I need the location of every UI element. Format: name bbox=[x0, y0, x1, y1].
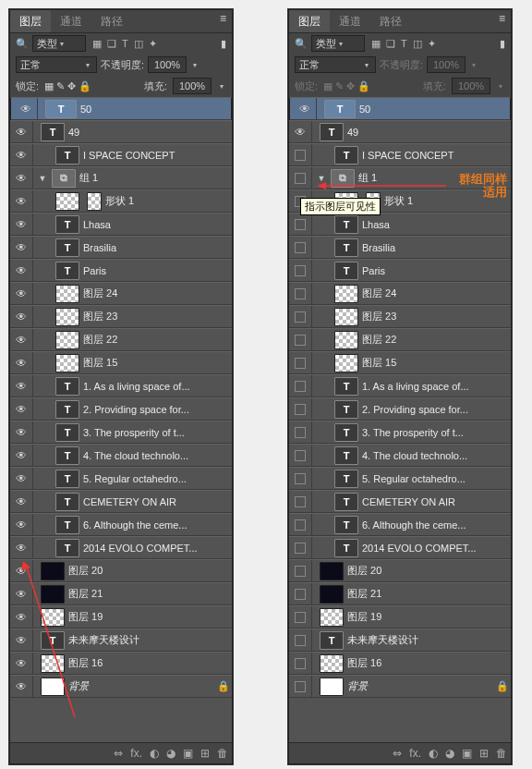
layer-row[interactable]: 👁T1. As a living space of... bbox=[10, 374, 232, 397]
layer-row[interactable]: T6. Although the ceme... bbox=[289, 513, 511, 536]
layer-name[interactable]: 图层 19 bbox=[347, 610, 511, 624]
layer-name[interactable]: 50 bbox=[359, 104, 506, 115]
layer-row[interactable]: 👁TI SPACE CONCEPT bbox=[10, 143, 232, 166]
layer-name[interactable]: CEMETERY ON AIR bbox=[362, 496, 511, 507]
group-icon[interactable]: ▣ bbox=[183, 747, 193, 760]
panel-menu-icon[interactable]: ≡ bbox=[214, 10, 232, 32]
layer-name[interactable]: 未来摩天楼设计 bbox=[347, 633, 511, 647]
layer-name[interactable]: 图层 22 bbox=[362, 333, 511, 347]
panel-menu-icon[interactable]: ≡ bbox=[493, 10, 511, 32]
layer-row[interactable]: 图层 16 bbox=[289, 652, 511, 675]
tab-paths[interactable]: 路径 bbox=[91, 10, 132, 32]
layer-name[interactable]: 未来摩天楼设计 bbox=[68, 633, 232, 647]
layer-name[interactable]: 图层 21 bbox=[347, 587, 511, 601]
tab-layers[interactable]: 图层 bbox=[289, 10, 330, 32]
visibility-eye-icon[interactable]: 👁 bbox=[10, 445, 33, 466]
visibility-eye-icon[interactable]: 👁 bbox=[10, 468, 33, 489]
layer-name[interactable]: 6. Although the ceme... bbox=[83, 519, 232, 531]
layer-name[interactable]: 组 1 bbox=[79, 171, 232, 185]
layer-name[interactable]: I SPACE CONCEPT bbox=[83, 150, 232, 161]
visibility-eye-icon[interactable]: 👁 bbox=[10, 514, 33, 535]
trash-icon[interactable]: 🗑 bbox=[496, 747, 507, 760]
visibility-eye-icon[interactable]: 👁 bbox=[10, 144, 33, 165]
layer-name[interactable]: Paris bbox=[362, 265, 511, 276]
layer-name[interactable]: 图层 15 bbox=[83, 356, 232, 370]
layer-name[interactable]: 3. The prosperity of t... bbox=[362, 427, 511, 438]
visibility-eye-icon[interactable]: 👁 bbox=[10, 190, 33, 212]
visibility-eye-icon[interactable]: 👁 bbox=[10, 421, 33, 443]
layer-name[interactable]: 图层 20 bbox=[68, 564, 232, 578]
visibility-checkbox[interactable] bbox=[289, 514, 312, 535]
visibility-checkbox[interactable] bbox=[289, 214, 312, 235]
filter-kind[interactable]: 类型▾ bbox=[32, 35, 86, 52]
fx-icon[interactable]: fx. bbox=[130, 747, 142, 760]
visibility-checkbox[interactable] bbox=[289, 468, 312, 489]
adjust-icon[interactable]: ◕ bbox=[166, 747, 175, 760]
layer-row[interactable]: T3. The prosperity of t... bbox=[289, 421, 511, 444]
layer-name[interactable]: 50 bbox=[80, 104, 227, 115]
layer-row[interactable]: 👁T49 bbox=[289, 120, 511, 143]
filter-toggle-icon[interactable]: ▮ bbox=[500, 38, 505, 50]
visibility-checkbox[interactable] bbox=[289, 421, 312, 443]
visibility-checkbox[interactable] bbox=[289, 352, 312, 373]
layer-row[interactable]: TParis bbox=[289, 259, 511, 282]
visibility-checkbox[interactable] bbox=[289, 260, 312, 281]
layer-row[interactable]: 图层 15 bbox=[289, 351, 511, 374]
layer-name[interactable]: 3. The prosperity of t... bbox=[83, 427, 232, 438]
layer-row[interactable]: 👁▼⧉组 1 bbox=[10, 166, 232, 189]
layer-name[interactable]: Brasilia bbox=[362, 242, 511, 253]
layer-name[interactable]: 图层 21 bbox=[68, 587, 232, 601]
layer-row[interactable]: TCEMETERY ON AIR bbox=[289, 490, 511, 513]
layer-row[interactable]: 👁图层 23 bbox=[10, 305, 232, 328]
layer-row[interactable]: T未来摩天楼设计 bbox=[289, 629, 511, 652]
disclosure-icon[interactable]: ▼ bbox=[37, 174, 48, 183]
layer-name[interactable]: 图层 23 bbox=[362, 310, 511, 323]
tab-layers[interactable]: 图层 bbox=[10, 10, 51, 32]
layer-row[interactable]: 👁图层 22 bbox=[10, 328, 232, 351]
layer-name[interactable]: 图层 16 bbox=[68, 656, 232, 670]
layer-row[interactable]: 👁T50 bbox=[289, 97, 511, 120]
layer-row[interactable]: T5. Regular octahedro... bbox=[289, 467, 511, 490]
link-icon[interactable]: ⇔ bbox=[114, 747, 123, 760]
visibility-eye-icon[interactable]: 👁 bbox=[289, 121, 312, 142]
mask-icon[interactable]: ◐ bbox=[429, 747, 438, 760]
layer-name[interactable]: 图层 16 bbox=[347, 656, 511, 670]
layer-name[interactable]: 图层 20 bbox=[347, 564, 511, 578]
layer-row[interactable]: 图层 24 bbox=[289, 282, 511, 305]
layer-name[interactable]: 背景 bbox=[347, 679, 494, 693]
fill-input[interactable]: 100% bbox=[173, 78, 212, 94]
opacity-input[interactable]: 100% bbox=[148, 56, 187, 73]
layer-name[interactable]: 背景 bbox=[68, 679, 215, 693]
layer-name[interactable]: Paris bbox=[83, 265, 232, 276]
visibility-checkbox[interactable] bbox=[289, 306, 312, 327]
mask-icon[interactable]: ◐ bbox=[150, 747, 159, 760]
layer-row[interactable]: 👁图层 24 bbox=[10, 282, 232, 305]
layer-row[interactable]: T2. Providing space for... bbox=[289, 397, 511, 421]
layer-name[interactable]: 图层 24 bbox=[83, 287, 232, 300]
layer-row[interactable]: T1. As a living space of... bbox=[289, 374, 511, 397]
filter-kind[interactable]: 类型▾ bbox=[311, 35, 365, 52]
tab-channels[interactable]: 通道 bbox=[330, 10, 370, 32]
visibility-checkbox[interactable] bbox=[289, 676, 312, 697]
lock-icons[interactable]: ▦ ✎ ✥ 🔒 bbox=[44, 80, 91, 92]
blend-mode[interactable]: 正常▾ bbox=[16, 56, 97, 73]
new-layer-icon[interactable]: ⊞ bbox=[200, 747, 210, 760]
group-icon[interactable]: ▣ bbox=[462, 747, 472, 760]
layer-name[interactable]: CEMETERY ON AIR bbox=[83, 496, 232, 507]
layer-row[interactable]: 图层 20 bbox=[289, 559, 511, 582]
visibility-checkbox[interactable] bbox=[289, 144, 312, 165]
layer-name[interactable]: 2014 EVOLO COMPET... bbox=[362, 543, 511, 554]
layer-row[interactable]: TBrasilia bbox=[289, 236, 511, 259]
fx-icon[interactable]: fx. bbox=[409, 747, 421, 760]
layer-row[interactable]: 👁T50 bbox=[10, 97, 232, 120]
layer-name[interactable]: 5. Regular octahedro... bbox=[83, 473, 232, 484]
layer-name[interactable]: Lhasa bbox=[83, 219, 232, 230]
layer-row[interactable]: 👁T3. The prosperity of t... bbox=[10, 421, 232, 444]
tab-channels[interactable]: 通道 bbox=[51, 10, 91, 32]
layer-row[interactable]: 👁T49 bbox=[10, 120, 232, 143]
layer-row[interactable]: TLhasa bbox=[289, 213, 511, 236]
layer-name[interactable]: 2. Providing space for... bbox=[83, 404, 232, 415]
visibility-eye-icon[interactable]: 👁 bbox=[10, 306, 33, 327]
visibility-eye-icon[interactable]: 👁 bbox=[10, 398, 33, 420]
layer-row[interactable]: 👁T5. Regular octahedro... bbox=[10, 467, 232, 490]
